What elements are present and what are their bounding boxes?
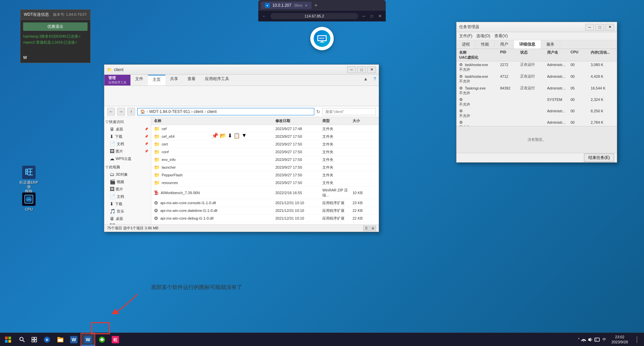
sidebar-quickaccess-header[interactable]: ▽ 快速访问 [104, 118, 151, 125]
browser-maximize-icon[interactable]: □ [369, 14, 374, 18]
sidebar-item-music[interactable]: 🎵 音乐 [104, 208, 151, 215]
file-row-launcher[interactable]: 📁launcher 2023/9/27 17:50 文件夹 [151, 164, 379, 171]
file-row-envinfo[interactable]: 📁env_info 2023/9/27 17:50 文件夹 [151, 156, 379, 164]
sidebar-item-pictures[interactable]: 🖼 图片 📌 [104, 148, 151, 155]
sidebar-item-downloads2[interactable]: ⬇ 下载 [104, 200, 151, 208]
tm-row-taskhostw2[interactable]: ⚙taskhostw.exe 4712 正在运行 Administr... 00… [457, 73, 617, 85]
taskbar-item-word1[interactable]: W [67, 333, 80, 346]
sidebar-item-pictures2[interactable]: 🖼 图片 [104, 185, 151, 193]
browser-close-window-icon[interactable]: ✕ [377, 14, 383, 18]
taskbar-item-word2[interactable]: W [80, 333, 95, 346]
ribbon-help-icon[interactable]: ? [371, 75, 379, 85]
file-row-cert[interactable]: 📁cert 2023/9/27 17:50 文件夹 [151, 140, 379, 148]
wdt-exit-button[interactable]: 优雅退出 [23, 22, 88, 31]
tm-menu-file[interactable]: 文件(F) [459, 33, 472, 39]
refresh-icon[interactable]: ↻ [316, 109, 320, 114]
ribbon-tab-home[interactable]: 主页 [148, 75, 165, 85]
tm-col-pid[interactable]: PID [500, 50, 520, 55]
tm-menu-view[interactable]: 查看(V) [494, 33, 508, 39]
quick-access-folder-icon[interactable]: 📂 [220, 132, 226, 139]
browser-url-bar[interactable]: 114.67.85.2 [270, 13, 358, 19]
nav-forward-button[interactable]: → [117, 108, 125, 116]
quick-access-arrow-icon[interactable]: ⬇ [228, 132, 232, 139]
explorer-close-button[interactable]: ✕ [367, 66, 376, 73]
tm-col-uac[interactable]: UAC虚拟化 [459, 55, 500, 60]
col-size[interactable]: 大小 [353, 118, 376, 123]
tm-col-cpu[interactable]: CPU [571, 50, 591, 55]
view-tiles-button[interactable]: ⊞ [370, 226, 376, 231]
browser-tab[interactable]: ● 10.0.1.207 39ms ✕ [261, 2, 312, 9]
explorer-minimize-button[interactable]: ─ [347, 66, 356, 73]
sidebar-item-documents[interactable]: 📄 文档 📌 [104, 140, 151, 148]
ribbon-tab-manage[interactable]: 管理 应用程序工具 [104, 75, 130, 85]
taskmgr-maximize-button[interactable]: □ [595, 24, 604, 31]
sidebar-item-video[interactable]: 🎬 视频 [104, 178, 151, 185]
file-row-aiworkbench[interactable]: 🗜 AIWorkbench_7.39.06N 2022/2/16 16:55 W… [151, 187, 379, 199]
file-row-dll-debug[interactable]: ⚙api-ms-win-core-debug-l1-1-0.dll 2021/1… [151, 215, 379, 222]
tm-col-user[interactable]: 用户名 [547, 50, 571, 55]
view-details-button[interactable]: ☰ [363, 226, 369, 231]
taskbar-item-explorer[interactable] [54, 333, 67, 346]
desktop-icon-erp[interactable]: 旺 旺店通ERP旗舰版 [17, 164, 41, 195]
sidebar-item-downloads[interactable]: ⬇ 下载 📌 [104, 133, 151, 140]
search-input[interactable] [322, 108, 376, 115]
sidebar-item-3dobjects[interactable]: 🗂 3D对象 [104, 171, 151, 178]
tm-col-name[interactable]: 名称 [459, 50, 500, 55]
taskbar-item-wdt[interactable]: 旺 [109, 333, 122, 346]
tm-col-status[interactable]: 状态 [520, 50, 547, 55]
sidebar-item-documents2[interactable]: 📄 文档 [104, 193, 151, 200]
taskbar-item-wechat[interactable]: 💬 [95, 333, 109, 346]
browser-minimize-icon[interactable]: ─ [361, 14, 367, 18]
ribbon-tab-view[interactable]: 查看 [183, 75, 200, 85]
start-button[interactable] [0, 333, 16, 346]
quick-access-dropdown-icon[interactable]: ▼ [241, 132, 247, 139]
file-row-resources[interactable]: 📁resources 2023/9/27 17:50 文件夹 [151, 179, 379, 187]
tm-col-mem[interactable]: 内存(活动... [591, 50, 614, 55]
explorer-maximize-button[interactable]: □ [357, 66, 366, 73]
tm-row-5[interactable]: ⚙ Administr...00 8,256 K不允许 [457, 108, 617, 119]
file-row-dll-console[interactable]: ⚙api-ms-win-core-console-l1-1-0.dll 2021… [151, 199, 379, 207]
tm-end-task-button[interactable]: 结束任务(E) [584, 154, 614, 162]
nav-back-button[interactable]: ← [107, 108, 115, 116]
file-row-pepperflash[interactable]: 📁PepperFlash 2023/9/27 17:50 文件夹 [151, 171, 379, 179]
browser-close-icon[interactable]: ✕ [305, 4, 308, 7]
taskbar-search-button[interactable] [16, 333, 28, 346]
tm-tab-services[interactable]: 服务 [541, 40, 560, 49]
tm-tab-details[interactable]: 详细信息 [514, 40, 541, 49]
tm-tab-users[interactable]: 用户 [495, 40, 514, 49]
quick-access-pin-icon[interactable]: 📌 [212, 132, 218, 139]
tray-expand-icon[interactable]: ^ [578, 338, 580, 341]
taskmgr-minimize-button[interactable]: ─ [585, 24, 594, 31]
ribbon-tab-share[interactable]: 共享 [165, 75, 183, 85]
col-type[interactable]: 类型 [322, 118, 353, 123]
file-row-cef[interactable]: 📁cef 2023/9/27 17:48 文件夹 [151, 125, 379, 133]
desktop-icon-cpu[interactable]: CPU CPU [17, 191, 41, 213]
file-row-dll-datetime[interactable]: ⚙api-ms-win-core-datetime-l1-1-0.dll 202… [151, 207, 379, 215]
taskbar-item-ie[interactable]: e [40, 333, 54, 346]
address-path[interactable]: 🏠 › WDT-1.84.0-TEST-911 › client › clien… [137, 108, 314, 115]
language-indicator[interactable]: 中 [601, 336, 607, 343]
taskbar-clock[interactable]: 23:02 2023/9/28 [609, 335, 631, 344]
tm-menu-options[interactable]: 选项(O) [476, 33, 490, 39]
file-row-conf[interactable]: 📁conf 2023/9/27 17:50 文件夹 [151, 148, 379, 156]
sidebar-item-desktop[interactable]: 🖥 桌面 📌 [104, 125, 151, 133]
tm-tab-performance[interactable]: 性能 [476, 40, 495, 49]
quick-access-copy-icon[interactable]: 📋 [233, 132, 240, 139]
task-view-button[interactable] [28, 333, 40, 346]
file-row-cef-x64[interactable]: 📁cef_x64 2023/9/27 17:50 文件夹 [151, 133, 379, 140]
tm-row-6[interactable]: ⚙ Administr...00 2,784 K不允许 [457, 119, 617, 126]
ribbon-tab-app-tools[interactable]: 应用程序工具 [200, 75, 234, 85]
col-name[interactable]: 名称 [154, 118, 275, 123]
sidebar-item-wps[interactable]: ☁ WPS云盘 [104, 155, 151, 162]
browser-new-tab-button[interactable]: + [312, 2, 320, 8]
taskmgr-close-button[interactable]: ✕ [605, 24, 614, 31]
browser-back-icon[interactable]: ← [261, 14, 268, 18]
tm-row-taskhostw1[interactable]: ⚙taskhostw.exe 2272 正在运行 Administr... 00… [457, 61, 617, 73]
tm-tab-processes[interactable]: 进程 [457, 40, 476, 49]
col-date[interactable]: 修改日期 [275, 118, 322, 123]
nav-up-button[interactable]: ↑ [127, 108, 135, 116]
ribbon-tab-file[interactable]: 文件 [130, 75, 148, 85]
tm-row-taskmgr[interactable]: ⚙Taskmgr.exe 84392 正在运行 Administr... 05 … [457, 85, 617, 97]
show-desktop-button[interactable] [632, 333, 641, 346]
sidebar-item-desktop2[interactable]: 🖥 桌面 [104, 215, 151, 222]
